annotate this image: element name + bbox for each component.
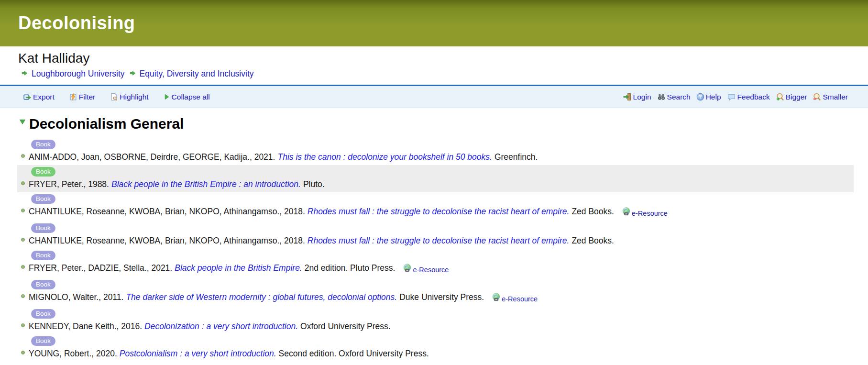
collapse-all-label: Collapse all bbox=[172, 93, 210, 101]
item-status-dot-icon bbox=[21, 265, 25, 269]
breadcrumb: Loughborough University Equity, Diversit… bbox=[21, 69, 868, 79]
item-citation: FRYER, Peter., DADZIE, Stella., 2021.Bla… bbox=[21, 262, 854, 277]
list-item: Book CHANTILUKE, Roseanne, KWOBA, Brian,… bbox=[17, 221, 854, 249]
item-type-badge: Book bbox=[31, 167, 55, 177]
help-icon: ? bbox=[696, 93, 704, 101]
section-collapse-icon[interactable] bbox=[19, 116, 26, 127]
item-type-badge: Book bbox=[31, 194, 55, 204]
item-authors: KENNEDY, Dane Keith., 2016. bbox=[29, 321, 142, 331]
e-resource-link[interactable]: e-Resource bbox=[492, 293, 538, 306]
zoom-in-icon bbox=[776, 93, 784, 101]
item-citation: ANIM-ADDO, Joan, OSBORNE, Deirdre, GEORG… bbox=[21, 151, 854, 164]
item-publisher: Pluto. bbox=[303, 179, 325, 189]
highlight-label: Highlight bbox=[120, 93, 148, 101]
smaller-label: Smaller bbox=[823, 93, 848, 101]
highlight-button[interactable]: Highlight bbox=[110, 93, 148, 101]
section-heading: Decolonialism General bbox=[19, 116, 868, 132]
item-citation: MIGNOLO, Walter., 2011.The darker side o… bbox=[21, 291, 854, 306]
section-title: Decolonialism General bbox=[29, 116, 184, 132]
search-icon bbox=[657, 93, 666, 101]
item-title-link[interactable]: Black people in the British Empire : an … bbox=[111, 179, 301, 189]
item-type-badge: Book bbox=[31, 309, 55, 319]
list-title: Decolonising bbox=[18, 13, 135, 33]
e-resource-link[interactable]: e-Resource bbox=[403, 264, 449, 277]
item-title-link[interactable]: This is the canon : decolonize your book… bbox=[277, 152, 492, 162]
item-publisher: Zed Books. bbox=[571, 207, 614, 216]
toolbar: Export Filter Highlight Collapse all L bbox=[0, 85, 868, 108]
feedback-button[interactable]: Feedback bbox=[727, 93, 770, 101]
list-item: Book CHANTILUKE, Roseanne, KWOBA, Brian,… bbox=[17, 192, 854, 221]
e-resource-globe-icon bbox=[622, 207, 632, 220]
item-type-badge: Book bbox=[31, 223, 55, 233]
e-resource-link[interactable]: e-Resource bbox=[622, 207, 668, 220]
item-title-link[interactable]: The darker side of Western modernity : g… bbox=[126, 292, 397, 302]
bigger-button[interactable]: Bigger bbox=[776, 93, 807, 101]
item-publisher: Oxford University Press. bbox=[300, 321, 391, 331]
collapse-all-icon bbox=[163, 93, 170, 100]
item-type-badge: Book bbox=[31, 280, 55, 289]
item-citation: FRYER, Peter., 1988.Black people in the … bbox=[21, 178, 854, 191]
breadcrumb-arrow-icon bbox=[21, 69, 28, 79]
item-citation: YOUNG, Robert., 2020.Postcolonialism : a… bbox=[21, 347, 854, 360]
breadcrumb-link-university[interactable]: Loughborough University bbox=[32, 69, 125, 79]
item-title-link[interactable]: Black people in the British Empire. bbox=[175, 263, 302, 273]
item-authors: MIGNOLO, Walter., 2011. bbox=[29, 292, 123, 302]
item-badge-row: Book bbox=[31, 223, 854, 233]
item-authors: ANIM-ADDO, Joan, OSBORNE, Deirdre, GEORG… bbox=[29, 152, 275, 162]
list-owner: Kat Halliday bbox=[18, 51, 868, 66]
highlight-icon bbox=[110, 93, 118, 101]
e-resource-globe-icon bbox=[492, 293, 502, 306]
collapse-all-button[interactable]: Collapse all bbox=[163, 93, 210, 101]
reading-list: Book ANIM-ADDO, Joan, OSBORNE, Deirdre, … bbox=[17, 138, 854, 362]
item-badge-row: Book bbox=[31, 251, 854, 260]
item-title-link[interactable]: Rhodes must fall : the struggle to decol… bbox=[308, 236, 570, 245]
item-badge-row: Book bbox=[31, 309, 854, 319]
item-title-link[interactable]: Decolonization : a very short introducti… bbox=[144, 321, 298, 331]
item-citation: KENNEDY, Dane Keith., 2016.Decolonizatio… bbox=[21, 320, 854, 333]
list-item: Book KENNEDY, Dane Keith., 2016.Decoloni… bbox=[17, 307, 854, 334]
login-label: Login bbox=[633, 93, 651, 101]
feedback-icon bbox=[727, 93, 736, 101]
bigger-label: Bigger bbox=[786, 93, 807, 101]
list-item: Book MIGNOLO, Walter., 2011.The darker s… bbox=[17, 278, 854, 307]
help-button[interactable]: ? Help bbox=[696, 93, 721, 101]
item-badge-row: Book bbox=[31, 280, 854, 289]
search-label: Search bbox=[667, 93, 691, 101]
e-resource-label: e-Resource bbox=[502, 293, 538, 306]
item-title-link[interactable]: Rhodes must fall : the struggle to decol… bbox=[308, 207, 570, 216]
item-status-dot-icon bbox=[21, 351, 25, 354]
item-badge-row: Book bbox=[31, 140, 854, 149]
item-status-dot-icon bbox=[21, 294, 25, 298]
item-publisher: Duke University Press. bbox=[399, 292, 484, 302]
item-status-dot-icon bbox=[21, 154, 25, 158]
login-icon bbox=[623, 93, 632, 101]
breadcrumb-item: Equity, Diversity and Inclusivity bbox=[129, 69, 254, 79]
item-status-dot-icon bbox=[21, 238, 25, 242]
item-type-badge: Book bbox=[31, 251, 55, 260]
item-authors: FRYER, Peter., DADZIE, Stella., 2021. bbox=[29, 263, 172, 273]
item-badge-row: Book bbox=[31, 167, 854, 177]
help-label: Help bbox=[706, 93, 721, 101]
item-status-dot-icon bbox=[21, 181, 25, 185]
export-button[interactable]: Export bbox=[23, 93, 55, 101]
export-label: Export bbox=[33, 93, 55, 101]
item-title-link[interactable]: Postcolonialism : a very short introduct… bbox=[120, 349, 276, 358]
filter-button[interactable]: Filter bbox=[69, 93, 95, 101]
breadcrumb-item: Loughborough University bbox=[21, 69, 125, 79]
list-item: Book FRYER, Peter., DADZIE, Stella., 202… bbox=[17, 249, 854, 278]
toolbar-left-group: Export Filter Highlight Collapse all bbox=[23, 93, 224, 101]
item-status-dot-icon bbox=[21, 209, 25, 212]
list-item: Book ANIM-ADDO, Joan, OSBORNE, Deirdre, … bbox=[17, 138, 854, 165]
item-badge-row: Book bbox=[31, 336, 854, 346]
zoom-out-icon bbox=[813, 93, 821, 101]
breadcrumb-link-category[interactable]: Equity, Diversity and Inclusivity bbox=[140, 69, 254, 79]
item-publisher: Zed Books. bbox=[571, 236, 614, 245]
app-header: Decolonising bbox=[0, 0, 868, 46]
list-item: Book FRYER, Peter., 1988.Black people in… bbox=[17, 165, 854, 192]
smaller-button[interactable]: Smaller bbox=[813, 93, 848, 101]
login-button[interactable]: Login bbox=[623, 93, 651, 101]
svg-text:?: ? bbox=[699, 94, 702, 100]
search-button[interactable]: Search bbox=[657, 93, 691, 101]
item-publisher: Greenfinch. bbox=[494, 152, 538, 162]
item-citation: CHANTILUKE, Roseanne, KWOBA, Brian, NKOP… bbox=[21, 205, 854, 220]
